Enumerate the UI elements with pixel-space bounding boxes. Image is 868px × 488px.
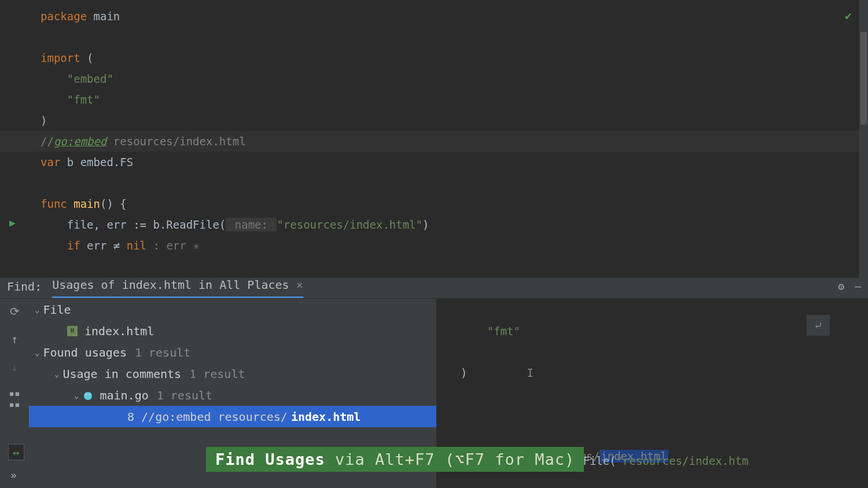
tree-found-usages[interactable]: ⌄ Found usages 1 result <box>29 342 436 363</box>
go-embed-directive[interactable]: go:embed <box>54 135 107 148</box>
refresh-icon[interactable]: ⟳ <box>10 304 20 318</box>
minimize-icon[interactable]: — <box>855 280 861 292</box>
more-button[interactable]: » <box>10 469 17 481</box>
tree-file-node[interactable]: ⌄ main.go 1 result <box>29 384 436 406</box>
usage-highlight-line: //go:embed resources/index.html <box>0 131 868 152</box>
tree-file-item[interactable]: H index.html <box>29 320 436 342</box>
code-keyword: var <box>41 156 60 168</box>
code-text: ) <box>41 114 47 127</box>
scrollbar-track <box>859 0 868 278</box>
tooltip-keys: via Alt+F7 (⌥F7 for Mac) <box>325 450 575 468</box>
soft-wrap-icon[interactable]: ⤶ <box>807 315 830 336</box>
prev-occurrence-icon[interactable]: ↑ <box>11 332 18 346</box>
html-file-icon: H <box>67 326 78 336</box>
navigate-back-button[interactable]: ↔ <box>8 444 24 460</box>
code-string: "fmt" <box>67 93 100 106</box>
find-header-actions: ⚙ — <box>838 280 861 298</box>
svg-point-0 <box>84 392 92 400</box>
code-string: "embed" <box>67 72 113 85</box>
code-keyword: func <box>41 197 67 210</box>
find-header: Find: Usages of index.html in All Places… <box>0 278 868 299</box>
scrollbar-thumb[interactable] <box>860 32 867 124</box>
code-text: b embed.FS <box>60 156 133 168</box>
usage-line-number: 8 <box>127 410 134 424</box>
code-string: "resources/index.htm <box>616 454 749 467</box>
tree-label: main.go <box>100 388 148 402</box>
param-hint: name: <box>226 218 277 232</box>
usage-highlight: index.html <box>291 410 361 424</box>
find-tab[interactable]: Usages of index.html in All Places × <box>52 278 303 298</box>
tooltip-action: Find Usages <box>215 450 325 468</box>
chevron-down-icon: ⌄ <box>74 391 79 400</box>
next-occurrence-icon[interactable]: ↓ <box>11 360 18 374</box>
tree-label: index.html <box>84 324 154 338</box>
code-text: err ≠ <box>80 239 127 252</box>
group-by-icon[interactable]: ▪▪▪▪ <box>9 388 20 410</box>
code-keyword: package <box>41 10 87 23</box>
run-gutter-icon[interactable]: ▶ <box>9 217 16 229</box>
chevron-down-icon: ⌄ <box>35 305 39 314</box>
tree-label: File <box>43 303 71 317</box>
chevron-down-icon: ⌄ <box>54 369 59 379</box>
tree-count: 1 result <box>189 367 245 381</box>
code-ident: main <box>94 10 120 23</box>
svg-point-3 <box>86 394 87 395</box>
code-keyword: import <box>41 52 80 64</box>
go-file-icon <box>82 390 94 401</box>
preview-line <box>436 404 868 425</box>
chevron-down-icon: ⌄ <box>35 348 39 357</box>
gutter: ▶ <box>0 0 32 278</box>
text-cursor: I <box>527 366 533 379</box>
tree-label: Found usages <box>43 346 127 359</box>
tree-count: 1 result <box>135 346 190 359</box>
find-tab-title: Usages of index.html in All Places <box>52 278 289 292</box>
code-area[interactable]: package main import ( "embed" "fmt" ) //… <box>0 0 868 256</box>
preview-overflow-text: dFile("resources/index.htm <box>576 454 748 467</box>
preview-line: "fmt" <box>436 321 868 342</box>
code-string: "fmt" <box>487 325 520 337</box>
tree-count: 1 result <box>157 388 212 402</box>
code-text: ( <box>80 52 94 64</box>
code-text: ) <box>422 218 429 231</box>
svg-point-4 <box>90 394 90 395</box>
inlay-hint: : err ✳ <box>146 239 200 252</box>
code-text: ) <box>461 366 467 379</box>
find-label: Find: <box>7 280 42 298</box>
code-func: main <box>67 197 100 210</box>
shortcut-tooltip: Find Usages via Alt+F7 (⌥F7 for Mac) <box>206 447 584 472</box>
gear-icon[interactable]: ⚙ <box>838 280 844 292</box>
inspection-ok-icon[interactable]: ✔ <box>845 9 852 23</box>
code-comment: resources/index.html <box>106 135 245 148</box>
code-string: "resources/index.html" <box>277 218 422 231</box>
code-text: file, err := b.ReadFile( <box>67 218 226 231</box>
editor-pane: ▶ ✔ package main import ( "embed" "fmt" … <box>0 0 868 278</box>
tree-file-group[interactable]: ⌄ File <box>29 299 436 320</box>
tree-usage-category[interactable]: ⌄ Usage in comments 1 result <box>29 363 436 384</box>
code-comment: // <box>41 135 54 148</box>
close-icon[interactable]: × <box>296 278 303 292</box>
usage-text: //go:embed resources/ <box>141 410 288 424</box>
tree-label: Usage in comments <box>62 367 181 381</box>
code-keyword: nil <box>127 239 146 252</box>
tree-usage-line[interactable]: 8 //go:embed resources/index.html <box>29 406 436 427</box>
code-keyword: if <box>67 239 80 252</box>
preview-line: ) I <box>436 362 868 383</box>
code-text: () { <box>100 197 127 210</box>
